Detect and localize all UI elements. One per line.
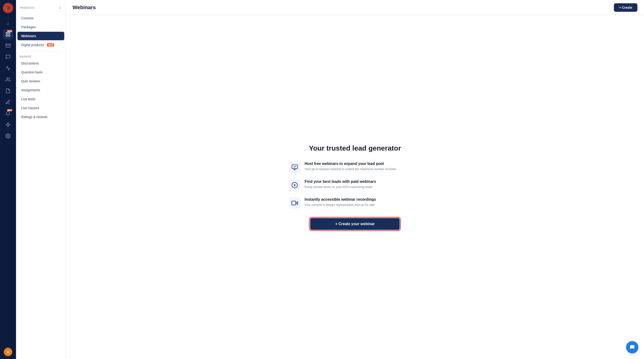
feature-desc-1: Your go-to traction channel to collect t… bbox=[304, 167, 396, 171]
digital-products-label: Digital products bbox=[21, 43, 44, 47]
nav-products[interactable]: New bbox=[3, 29, 13, 39]
create-button[interactable]: + Create bbox=[614, 3, 638, 12]
nav-home[interactable]: ⌂ bbox=[3, 18, 13, 28]
feature-text-3: Instantly accessible webinar recordings … bbox=[304, 197, 376, 207]
flash-svg-icon bbox=[6, 122, 10, 127]
feature-icon-2 bbox=[289, 179, 300, 191]
svg-rect-0 bbox=[6, 32, 8, 34]
feature-text-2: Find your best leads with paid webinars … bbox=[304, 179, 376, 189]
collapse-nav-button[interactable]: « bbox=[58, 5, 62, 11]
feature-icon-3 bbox=[289, 197, 300, 209]
top-bar: Webinars + Create bbox=[66, 0, 644, 15]
svg-marker-6 bbox=[6, 123, 10, 127]
nav-packages[interactable]: Packages bbox=[18, 23, 64, 31]
nav-announcements[interactable]: New bbox=[3, 108, 13, 119]
nav-assignments[interactable]: Assignments bbox=[18, 86, 64, 94]
nav-discussions[interactable]: Discussions bbox=[18, 59, 64, 67]
svg-rect-1 bbox=[8, 32, 10, 34]
hero-section: Your trusted lead generator Host free we… bbox=[289, 144, 421, 230]
announcements-svg-icon bbox=[6, 111, 10, 116]
inbox-svg-icon bbox=[6, 43, 10, 48]
page-title: Webinars bbox=[72, 4, 96, 10]
feature-desc-3: Your content is always repurposable and … bbox=[304, 203, 376, 207]
icon-sidebar: 🎓 ⌂ New bbox=[0, 0, 16, 359]
nav-ratings-reviews[interactable]: Ratings & reviews bbox=[18, 113, 64, 121]
announcements-new-badge: New bbox=[7, 109, 12, 111]
svg-rect-13 bbox=[292, 201, 296, 205]
packages-label: Packages bbox=[21, 25, 36, 29]
nav-analytics[interactable] bbox=[3, 63, 13, 73]
nav-users[interactable] bbox=[3, 74, 13, 85]
nav-divider bbox=[20, 51, 62, 51]
user-avatar[interactable]: U bbox=[4, 348, 12, 356]
content-area: Your trusted lead generator Host free we… bbox=[66, 15, 644, 359]
chat-bubble-icon bbox=[630, 345, 635, 350]
live-tests-label: Live tests bbox=[21, 97, 35, 101]
nav-settings[interactable] bbox=[3, 131, 13, 141]
svg-rect-3 bbox=[8, 35, 10, 36]
left-nav-header: PRODUCTS « bbox=[16, 0, 66, 14]
nav-live-classes[interactable]: Live classes bbox=[18, 104, 64, 112]
feature-item-2: Find your best leads with paid webinars … bbox=[289, 179, 421, 191]
docs-svg-icon bbox=[6, 88, 10, 93]
main-content: Webinars + Create Your trusted lead gene… bbox=[66, 0, 644, 359]
nav-docs[interactable] bbox=[3, 86, 13, 96]
digital-products-badge: New bbox=[47, 43, 54, 46]
nav-chat[interactable] bbox=[3, 52, 13, 62]
ratings-reviews-label: Ratings & reviews bbox=[21, 115, 48, 119]
nav-flash[interactable] bbox=[3, 119, 13, 130]
analytics-svg-icon bbox=[6, 66, 10, 71]
feature-desc-2: Easily double down on your ROI maximizin… bbox=[304, 185, 376, 189]
logo-icon: 🎓 bbox=[6, 5, 10, 10]
feature-item-3: Instantly accessible webinar recordings … bbox=[289, 197, 421, 209]
feature-heading-2: Find your best leads with paid webinars bbox=[304, 179, 376, 184]
feature-heading-1: Host free webinars to expand your lead p… bbox=[304, 162, 396, 166]
feature-list: Host free webinars to expand your lead p… bbox=[289, 162, 421, 209]
feature-item-1: Host free webinars to expand your lead p… bbox=[289, 162, 421, 173]
svg-point-7 bbox=[7, 135, 9, 137]
courses-label: Courses bbox=[21, 16, 34, 20]
assignments-label: Assignments bbox=[21, 88, 40, 92]
settings-svg-icon bbox=[6, 133, 10, 139]
nav-inbox[interactable] bbox=[3, 40, 13, 51]
svg-marker-12 bbox=[296, 202, 298, 204]
create-webinar-button[interactable]: + Create your webinar bbox=[310, 218, 400, 230]
nav-quiz-reviews[interactable]: Quiz reviews bbox=[18, 77, 64, 85]
nav-tools[interactable] bbox=[3, 97, 13, 107]
nav-question-bank[interactable]: Question bank bbox=[18, 68, 64, 76]
products-svg-icon bbox=[6, 32, 10, 37]
webinars-label: Webinars bbox=[21, 34, 36, 38]
live-classes-label: Live classes bbox=[21, 106, 39, 110]
left-nav-panel: PRODUCTS « Courses Packages Webinars Dig… bbox=[16, 0, 66, 359]
chat-svg-icon bbox=[6, 54, 10, 59]
nav-digital-products[interactable]: Digital products New bbox=[18, 41, 64, 49]
feature-heading-3: Instantly accessible webinar recordings bbox=[304, 197, 376, 202]
recording-icon bbox=[292, 200, 298, 206]
tools-svg-icon bbox=[6, 99, 10, 105]
users-svg-icon bbox=[6, 77, 10, 82]
nav-courses[interactable]: Courses bbox=[18, 14, 64, 22]
products-new-badge: New bbox=[7, 30, 12, 32]
svg-point-5 bbox=[6, 78, 8, 79]
question-bank-label: Question bank bbox=[21, 70, 42, 74]
manage-section-label: MANAGE bbox=[16, 53, 66, 59]
discussions-label: Discussions bbox=[21, 61, 39, 65]
quiz-reviews-label: Quiz reviews bbox=[21, 79, 40, 83]
paid-icon bbox=[292, 182, 298, 188]
feature-icon-1 bbox=[289, 162, 300, 173]
svg-rect-2 bbox=[6, 35, 8, 36]
products-section-label: PRODUCTS bbox=[20, 6, 34, 9]
nav-webinars[interactable]: Webinars bbox=[18, 32, 64, 40]
app-logo[interactable]: 🎓 bbox=[3, 3, 13, 13]
feature-text-1: Host free webinars to expand your lead p… bbox=[304, 162, 396, 171]
nav-live-tests[interactable]: Live tests bbox=[18, 95, 64, 103]
hero-title: Your trusted lead generator bbox=[289, 144, 421, 152]
webinar-icon bbox=[292, 164, 298, 171]
chat-bubble[interactable] bbox=[626, 341, 638, 353]
